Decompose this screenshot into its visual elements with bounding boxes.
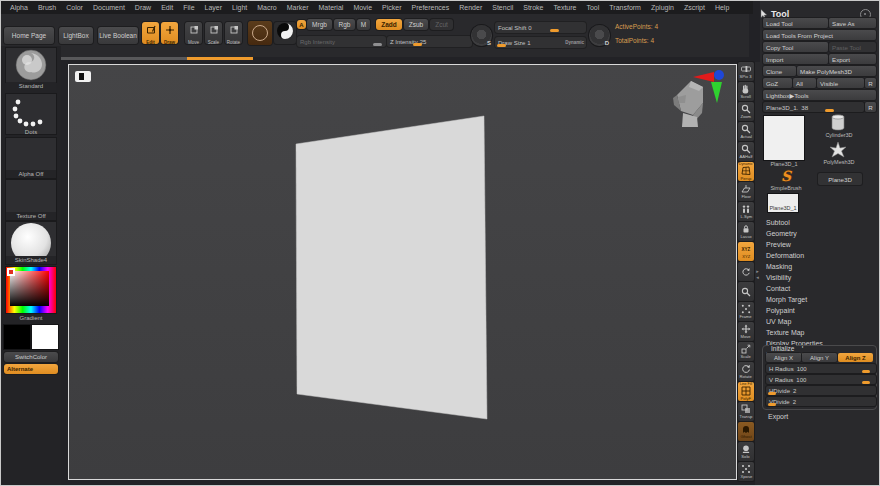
mrgb-button[interactable]: Mrgb	[307, 19, 332, 30]
h-divide-slider[interactable]: HDivide 2	[766, 386, 876, 395]
section-masking[interactable]: Masking	[766, 261, 876, 272]
section-contact[interactable]: Contact	[766, 283, 876, 294]
menu-alpha[interactable]: Alpha	[5, 4, 33, 11]
aahalf-shelf-button[interactable]: AAHalf	[738, 142, 754, 161]
section-morph-target[interactable]: Morph Target	[766, 294, 876, 305]
current-material-button[interactable]	[274, 22, 296, 44]
align-z-button[interactable]: Align Z	[838, 353, 873, 362]
menu-file[interactable]: File	[178, 4, 199, 11]
frame-shelf-button[interactable]: Frame	[738, 302, 754, 321]
menu-brush[interactable]: Brush	[33, 4, 61, 11]
scale-shelf-button[interactable]: Scale	[738, 342, 754, 361]
export-section-header[interactable]: Export	[768, 413, 788, 420]
axis-y-arrow[interactable]	[711, 82, 722, 103]
density-dial-d[interactable]: D	[589, 25, 610, 46]
actual-shelf-button[interactable]: Actual	[738, 122, 754, 141]
z-intensity-slider[interactable]: Z Intensity 25	[387, 36, 472, 47]
polymesh3d-thumbnail[interactable]	[818, 142, 858, 160]
goz-button[interactable]: GoZ	[763, 78, 792, 88]
menu-movie[interactable]: Movie	[348, 4, 377, 11]
menu-macro[interactable]: Macro	[252, 4, 281, 11]
v-radius-handle[interactable]	[862, 381, 870, 384]
active-tool-thumbnail[interactable]	[764, 116, 804, 160]
copy-tool-button[interactable]: Copy Tool	[763, 42, 828, 52]
home-page-button[interactable]: Home Page	[4, 27, 54, 44]
viewport-3d[interactable]	[69, 65, 736, 479]
menu-transform[interactable]: Transform	[604, 4, 646, 11]
move-button[interactable]: Move	[185, 22, 202, 44]
menu-light[interactable]: Light	[227, 4, 252, 11]
tray-collapse-arrows[interactable]: ▸◂	[756, 268, 759, 280]
scroll-shelf-button[interactable]: Scroll	[738, 82, 754, 101]
rgb-intensity-handle[interactable]	[373, 43, 382, 46]
menu-material[interactable]: Material	[313, 4, 348, 11]
rgb-intensity-slider[interactable]: Rgb Intensity	[297, 36, 386, 47]
l-sym-shelf-button[interactable]: L.Sym	[738, 202, 754, 221]
goz-visible-button[interactable]: Visible	[817, 78, 864, 88]
spix-3-shelf-button[interactable]: SPix 3	[738, 62, 754, 81]
ghost-shelf-button[interactable]: Ghost	[738, 422, 754, 441]
live-boolean-button[interactable]: Live Boolean	[98, 27, 138, 44]
lasso-shelf-button[interactable]: Lasso	[738, 222, 754, 241]
zadd-button[interactable]: Zadd	[376, 19, 402, 30]
section-texture-map[interactable]: Texture Map	[766, 327, 876, 338]
menu-tool[interactable]: Tool	[581, 4, 604, 11]
persp-shelf-button[interactable]: DynamicPersp	[738, 162, 754, 181]
secondary-color-swatch[interactable]	[32, 325, 58, 349]
h-radius-slider[interactable]: H Radius 100	[766, 364, 876, 373]
sv-square[interactable]	[10, 271, 49, 306]
zoom-shelf-button[interactable]: Zoom	[738, 102, 754, 121]
section-uv-map[interactable]: UV Map	[766, 316, 876, 327]
solo-shelf-button[interactable]: Solo	[738, 442, 754, 461]
draw-size-slider[interactable]: Draw Size 1 Dynamic	[495, 37, 586, 48]
simplebrush-thumbnail[interactable]: S	[774, 169, 798, 185]
menu-stroke[interactable]: Stroke	[518, 4, 548, 11]
current-brush-button[interactable]	[248, 21, 272, 45]
clone-button[interactable]: Clone	[763, 66, 796, 76]
move-shelf-button[interactable]: Move	[738, 322, 754, 341]
transp-shelf-button[interactable]: Transp	[738, 402, 754, 421]
spin-shelf-button[interactable]	[738, 262, 754, 281]
goz-r-button[interactable]: R	[865, 78, 876, 88]
mag-shelf-button[interactable]	[738, 282, 754, 301]
rgb-button[interactable]: Rgb	[334, 19, 355, 30]
edit-button[interactable]: Edit	[142, 22, 159, 44]
xpose-shelf-button[interactable]: Xpose	[738, 462, 754, 481]
cylinder3d-thumbnail[interactable]	[818, 114, 858, 132]
floor-shelf-button[interactable]: Floor	[738, 182, 754, 201]
make-polymesh3d-button[interactable]: Make PolyMesh3D	[797, 66, 876, 76]
color-picker[interactable]	[6, 267, 56, 313]
align-y-button[interactable]: Align Y	[802, 353, 837, 362]
axis-x-arrow[interactable]	[693, 72, 714, 82]
menu-picker[interactable]: Picker	[377, 4, 406, 11]
export-button[interactable]: Export	[829, 54, 876, 64]
menu-zscript[interactable]: Zscript	[679, 4, 710, 11]
h-divide-handle[interactable]	[768, 392, 776, 395]
menu-render[interactable]: Render	[454, 4, 487, 11]
m-button[interactable]: M	[357, 19, 370, 30]
initialize-title[interactable]: Initialize	[769, 345, 796, 352]
section-polypaint[interactable]: Polypaint	[766, 305, 876, 316]
menu-document[interactable]: Document	[88, 4, 130, 11]
section-visibility[interactable]: Visibility	[766, 272, 876, 283]
document-canvas[interactable]	[68, 64, 737, 480]
section-deformation[interactable]: Deformation	[766, 250, 876, 261]
active-tool-handle[interactable]	[825, 109, 834, 112]
axis-z-dot[interactable]	[714, 70, 724, 80]
load-tools-from-project-button[interactable]: Load Tools From Project	[763, 30, 876, 40]
menu-stencil[interactable]: Stencil	[487, 4, 518, 11]
section-subtool[interactable]: Subtool	[766, 217, 876, 228]
h-radius-handle[interactable]	[862, 370, 870, 373]
camview-head-widget[interactable]	[673, 81, 703, 127]
align-x-button[interactable]: Align X	[766, 353, 801, 362]
import-button[interactable]: Import	[763, 54, 828, 64]
v-divide-handle[interactable]	[768, 403, 776, 406]
menu-preferences[interactable]: Preferences	[407, 4, 455, 11]
load-tool-button[interactable]: Load Tool	[763, 18, 828, 28]
menu-draw[interactable]: Draw	[130, 4, 156, 11]
menu-zplugin[interactable]: Zplugin	[646, 4, 679, 11]
tool-r-button[interactable]: R	[865, 102, 876, 112]
plane3d-mesh[interactable]	[296, 116, 487, 419]
v-radius-slider[interactable]: V Radius 100	[766, 375, 876, 384]
a-badge-button[interactable]: A	[297, 20, 306, 29]
